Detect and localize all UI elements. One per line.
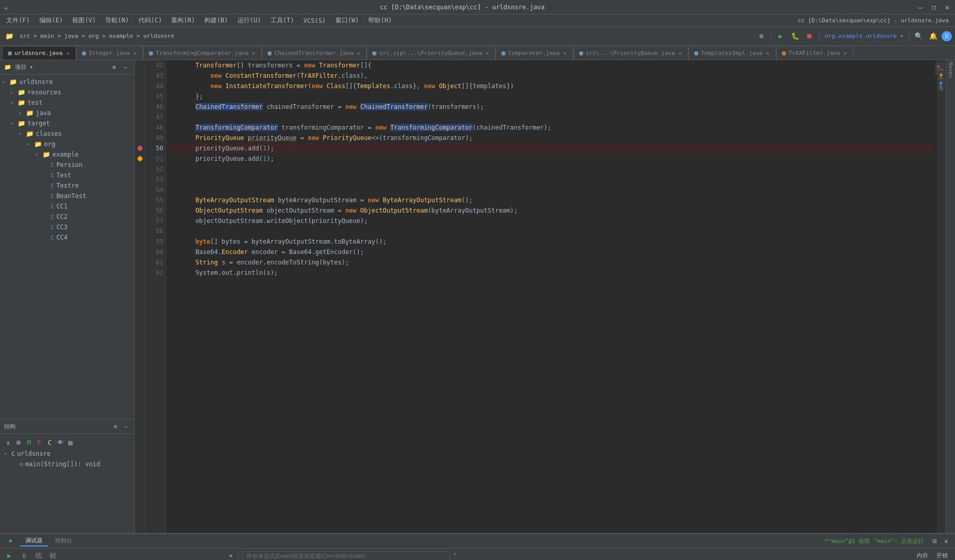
stop-button[interactable]: ⏹ (804, 30, 816, 43)
tab-close[interactable]: ✕ (251, 50, 256, 57)
tree-org[interactable]: ▾ 📁 org (0, 139, 134, 149)
resume-button[interactable]: ▶ (3, 550, 16, 561)
debug-filter[interactable]: ⊟ (930, 537, 939, 546)
tree-persion[interactable]: C Persion (0, 160, 134, 170)
run-button[interactable]: ▶ (775, 30, 787, 43)
maven-tab[interactable]: Maven (947, 60, 954, 80)
menu-tools[interactable]: 工具(T) (266, 15, 299, 26)
menu-run[interactable]: 运行(U) (233, 15, 265, 26)
tab-traxfilter[interactable]: TrAXFilter.java ✕ (776, 46, 853, 60)
tree-root[interactable]: ▾ 📁 urldsnsre (0, 77, 134, 87)
menu-refactor[interactable]: 重构(R) (167, 15, 199, 26)
tree-target[interactable]: ▾ 📁 target (0, 118, 134, 129)
sidebar-settings[interactable]: ⚙ (109, 63, 119, 72)
tab-label: ChainedTransformer.java (274, 50, 353, 57)
tree-resources[interactable]: ▸ 📁 resources (0, 87, 134, 97)
user-avatar[interactable]: U (942, 31, 952, 41)
warning-marker[interactable] (135, 153, 145, 164)
menu-vcs[interactable]: VCS(S) (299, 16, 330, 25)
tab-dot (501, 51, 505, 55)
code-text: String s = encoder.encodeToString(bytes)… (170, 257, 349, 268)
tab-close[interactable]: ✕ (678, 50, 683, 57)
tab-close[interactable]: ✕ (485, 50, 490, 57)
visibility-icon[interactable]: 👁 (56, 438, 64, 446)
tree-cc4[interactable]: C CC4 (0, 232, 134, 243)
structure-collapse[interactable]: — (122, 423, 130, 431)
structure-item-main[interactable]: m main(String[]): void (0, 459, 134, 469)
memory-button[interactable]: 内存 (914, 551, 931, 560)
search-button[interactable]: 🔍 (912, 30, 925, 43)
tab-chainedtransformer[interactable]: ChainedTransformer.java ✕ (262, 46, 367, 60)
watch-expression-input[interactable] (243, 551, 450, 561)
tab-close[interactable]: ✕ (132, 50, 137, 57)
tab-integer[interactable]: Integer.java ✕ (76, 46, 144, 60)
tree-test-class[interactable]: C Test (0, 170, 134, 180)
tree-java[interactable]: ▸ 📁 java (0, 108, 134, 118)
overhead-button[interactable]: 开销 (933, 551, 951, 560)
code-container[interactable]: 42 43 44 45 46 47 48 49 50 51 52 53 54 5… (135, 60, 946, 533)
tree-cc1[interactable]: C CC1 (0, 201, 134, 212)
menu-edit[interactable]: 编辑(E) (35, 15, 67, 26)
tree-test[interactable]: ▾ 📁 test (0, 97, 134, 108)
class-icon: C (51, 234, 54, 241)
method-icon[interactable]: M (25, 438, 33, 446)
menu-view[interactable]: 视图(V) (68, 15, 100, 26)
code-line-47 (170, 112, 933, 122)
structure-item-class[interactable]: ▾ C urldsnsre (0, 449, 134, 459)
tab-templatesimpl[interactable]: TemplatesImpl.java ✕ (689, 46, 776, 60)
tab-transformingcomparator[interactable]: TransformingComparator.java ✕ (143, 46, 262, 60)
project-icon[interactable]: 📁 (3, 30, 16, 43)
code-line-58 (170, 226, 933, 236)
debug-button[interactable]: 🐛 (789, 30, 802, 43)
arrow-icon: ▾ (27, 142, 32, 147)
notification-button[interactable]: 🔔 (927, 30, 939, 43)
toolbar: 📁 src > main > java > org > example > ur… (0, 27, 955, 46)
class-icon: C (51, 162, 54, 169)
minimize-button[interactable]: — (917, 4, 924, 11)
tab-priorityqueue-zip[interactable]: src.zip\...\PriorityQueue.java ✕ (367, 46, 496, 60)
separator (771, 31, 771, 41)
expand-icon[interactable]: ▤ (66, 438, 75, 446)
tab-priorityqueue-src[interactable]: src\...\PriorityQueue.java ✕ (573, 46, 689, 60)
tree-cc2[interactable]: C CC2 (0, 212, 134, 222)
filter-icon[interactable]: ⊞ (15, 438, 23, 446)
tab-close[interactable]: ✕ (65, 50, 71, 57)
close-button[interactable]: ✕ (944, 4, 951, 11)
tab-urldsnsre[interactable]: urldsnsre.java ✕ (2, 46, 76, 60)
menu-build[interactable]: 构建(B) (200, 15, 232, 26)
debug-control-toolbar: ▶ ⏸ 线 帧 ≡ (0, 549, 238, 560)
structure-settings[interactable]: ⚙ (111, 423, 120, 431)
pause-button[interactable]: ⏸ (18, 550, 30, 561)
breakpoint-marker[interactable] (135, 143, 145, 153)
tab-debugger[interactable]: 调试器 (20, 536, 48, 547)
menu-code[interactable]: 代码(C) (134, 15, 166, 26)
tree-classes[interactable]: ▾ 📁 classes (0, 129, 134, 139)
tab-console[interactable]: 控制台 (50, 536, 77, 547)
debug-content: ▶ ⏸ 线 帧 ≡ compare:81, TransformingCompar… (0, 549, 955, 560)
tree-beantest[interactable]: C BeanTest (0, 191, 134, 201)
class-filter-icon[interactable]: C (46, 438, 54, 446)
menu-file[interactable]: 文件(F) (2, 15, 34, 26)
menu-window[interactable]: 窗口(W) (331, 15, 363, 26)
sort-icon[interactable]: ↕ (4, 438, 12, 446)
filter-button[interactable]: ≡ (227, 552, 235, 560)
field-icon[interactable]: F (35, 438, 44, 446)
tree-cc3[interactable]: C CC3 (0, 222, 134, 232)
watch-expand[interactable]: ▾ (453, 551, 456, 561)
menu-navigate[interactable]: 导航(N) (101, 15, 133, 26)
maximize-button[interactable]: ❐ (930, 4, 937, 11)
tab-close[interactable]: ✕ (563, 50, 568, 57)
code-text: ChainedTransformer chainedTransformer = … (170, 102, 484, 112)
tab-close[interactable]: ✕ (765, 50, 770, 57)
settings-button[interactable]: ⚙ (755, 30, 768, 43)
sidebar-collapse[interactable]: — (121, 63, 130, 72)
debug-close[interactable]: ✕ (942, 537, 951, 546)
code-editor[interactable]: Transformer[] transformers = new Transfo… (166, 60, 937, 533)
tree-testre[interactable]: C Testre (0, 180, 134, 191)
tab-close[interactable]: ✕ (356, 50, 361, 57)
folder-icon: 📁 (43, 151, 50, 158)
tab-comparator[interactable]: Comparator.java ✕ (496, 46, 573, 60)
tab-close[interactable]: ✕ (842, 50, 848, 57)
menu-help[interactable]: 帮助(H) (364, 15, 396, 26)
tree-example[interactable]: ▾ 📁 example (0, 149, 134, 160)
